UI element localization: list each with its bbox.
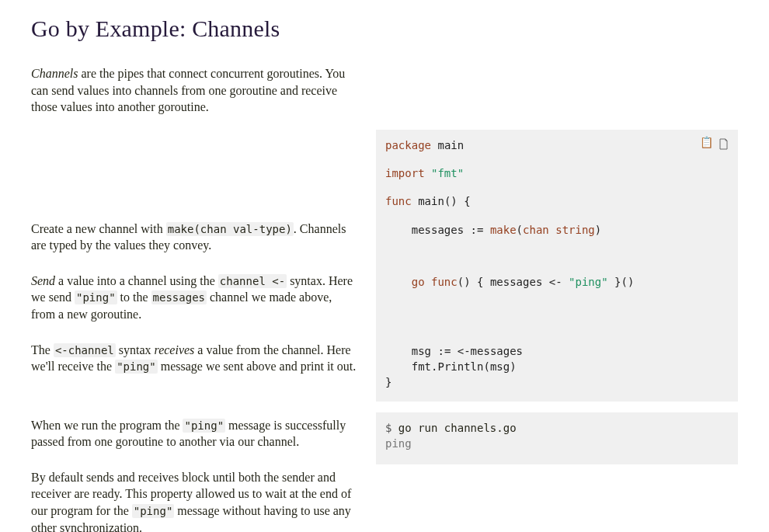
- intro-doc: Channels are the pipes that connect conc…: [31, 61, 376, 130]
- doc-cell: [31, 159, 376, 187]
- title-separator: :: [179, 16, 192, 41]
- code-block: messages := make(chan string): [385, 222, 729, 238]
- clipboard-icon[interactable]: 📋: [700, 137, 713, 152]
- code-cell: messages := make(chan string): [376, 216, 738, 268]
- doc-cell: By default sends and receives block unti…: [31, 464, 376, 532]
- doc-cell: [31, 130, 376, 159]
- source-row: import "fmt": [31, 159, 738, 187]
- code-cell: msg := <-messages fmt.Println(msg) }: [376, 337, 738, 402]
- code-block: package main: [385, 137, 729, 153]
- doc-cell: When we run the program the "ping" messa…: [31, 412, 376, 464]
- code-block: go func() { messages <- "ping" }(): [385, 274, 729, 290]
- doc-text: Send a value into a channel using the ch…: [31, 273, 357, 323]
- intro-row: Channels are the pipes that connect conc…: [31, 61, 738, 130]
- code-cell: [376, 464, 738, 532]
- doc-text: When we run the program the "ping" messa…: [31, 417, 357, 450]
- code-cell: $ go run channels.go ping: [376, 412, 738, 464]
- source-table: Channels are the pipes that connect conc…: [31, 61, 738, 402]
- page-title: Go by Example: Channels: [31, 16, 738, 42]
- output-table: When we run the program the "ping" messa…: [31, 412, 738, 532]
- doc-cell: Create a new channel with make(chan val-…: [31, 216, 376, 268]
- run-icon[interactable]: [718, 137, 729, 152]
- doc-text: The <-channel syntax receives a value fr…: [31, 342, 357, 375]
- output-row: By default sends and receives block unti…: [31, 464, 738, 532]
- intro-code-empty: [376, 61, 738, 130]
- doc-text: Create a new channel with make(chan val-…: [31, 221, 357, 254]
- output-row: When we run the program the "ping" messa…: [31, 412, 738, 464]
- source-row: 📋package main: [31, 130, 738, 159]
- code-block: func main() {: [385, 193, 729, 209]
- code-cell: import "fmt": [376, 159, 738, 187]
- code-cell: go func() { messages <- "ping" }(): [376, 268, 738, 337]
- source-row: Send a value into a channel using the ch…: [31, 268, 738, 337]
- doc-cell: [31, 187, 376, 215]
- doc-cell: The <-channel syntax receives a value fr…: [31, 337, 376, 402]
- doc-cell: Send a value into a channel using the ch…: [31, 268, 376, 337]
- source-row: Create a new channel with make(chan val-…: [31, 216, 738, 268]
- code-cell: func main() {: [376, 187, 738, 215]
- site-link[interactable]: Go by Example: [31, 16, 179, 41]
- source-row: func main() {: [31, 187, 738, 215]
- code-block: import "fmt": [385, 165, 729, 181]
- source-row: The <-channel syntax receives a value fr…: [31, 337, 738, 402]
- code-cell: 📋package main: [376, 130, 738, 159]
- doc-text: By default sends and receives block unti…: [31, 469, 357, 532]
- code-block: msg := <-messages fmt.Println(msg) }: [385, 343, 729, 391]
- intro-text: Channels are the pipes that connect conc…: [31, 65, 357, 116]
- code-block: $ go run channels.go ping: [385, 420, 729, 452]
- example-name: Channels: [192, 16, 280, 41]
